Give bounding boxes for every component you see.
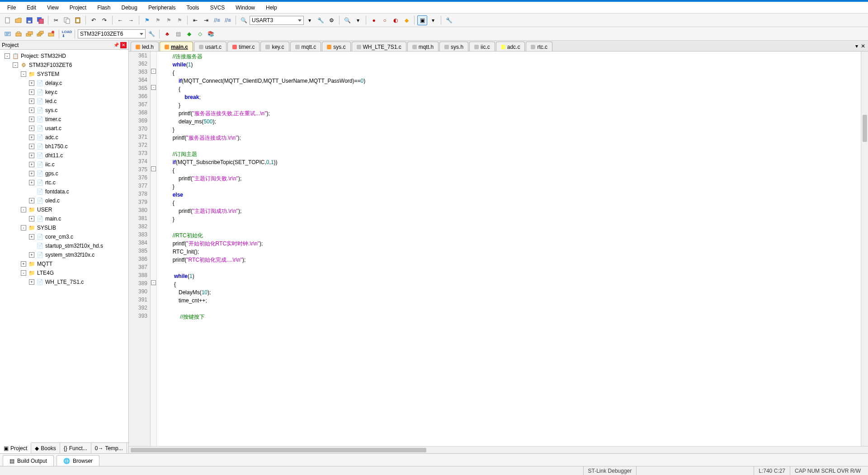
tree-node[interactable]: +📄main.c xyxy=(2,214,128,223)
project-tree[interactable]: -📋Project: STM32HD-⚙STM32F103ZET6-📁SYSTE… xyxy=(0,50,128,442)
file-tab[interactable]: mqtt.h xyxy=(407,42,439,52)
file-tab[interactable]: timer.c xyxy=(227,42,259,52)
project-pane-tab-funct[interactable]: {}Funct... xyxy=(60,443,91,453)
tree-node[interactable]: +📄rtc.c xyxy=(2,178,128,187)
download-icon[interactable]: LOAD⬇ xyxy=(62,29,72,39)
tree-node[interactable]: +📄gps.c xyxy=(2,169,128,178)
code-view[interactable]: //连接服务器 while(1) { if(MQTT_Connect(MQTT_… xyxy=(157,52,861,446)
indent-right-icon[interactable]: ⇥ xyxy=(201,15,211,25)
undo-icon[interactable]: ↶ xyxy=(89,15,99,25)
menu-project[interactable]: Project xyxy=(64,3,92,13)
tree-node[interactable]: +📄key.c xyxy=(2,88,128,97)
breakpoint-kill-icon[interactable]: ◆ xyxy=(401,15,411,25)
breakpoint-insert-icon[interactable]: ● xyxy=(369,15,379,25)
menu-peripherals[interactable]: Peripherals xyxy=(143,3,181,13)
tree-node[interactable]: 📄fontdata.c xyxy=(2,187,128,196)
project-pane-tab-books[interactable]: ◆Books xyxy=(31,443,60,453)
project-pane-tab-project[interactable]: ▣Project xyxy=(0,442,31,453)
menu-svcs[interactable]: SVCS xyxy=(205,3,231,13)
nav-back-icon[interactable]: ← xyxy=(115,15,125,25)
file-tab[interactable]: sys.c xyxy=(322,42,350,52)
tree-node[interactable]: +📄delay.c xyxy=(2,79,128,88)
breakpoint-enable-icon[interactable]: ○ xyxy=(380,15,390,25)
pack-refresh-icon[interactable]: ◇ xyxy=(195,29,205,39)
tree-node[interactable]: +📄timer.c xyxy=(2,115,128,124)
file-tab[interactable]: rtc.c xyxy=(526,42,552,52)
editor-hscrollbar[interactable] xyxy=(129,446,868,453)
translate-icon[interactable] xyxy=(3,29,13,39)
tree-node[interactable]: +📄iic.c xyxy=(2,160,128,169)
tools-icon[interactable]: 🔧 xyxy=(316,15,326,25)
file-tab[interactable]: led.h xyxy=(131,42,159,52)
file-tab[interactable]: key.c xyxy=(260,42,289,52)
menu-debug[interactable]: Debug xyxy=(116,3,143,13)
save-all-icon[interactable] xyxy=(35,15,45,25)
bookmark-prev-icon[interactable]: ⚑ xyxy=(153,15,163,25)
menu-edit[interactable]: Edit xyxy=(21,3,42,13)
stop-build-icon[interactable] xyxy=(46,29,56,39)
file-tab[interactable]: adc.c xyxy=(496,42,525,52)
pack-installer-icon[interactable]: ◆ xyxy=(184,29,194,39)
tab-close-icon[interactable]: ✕ xyxy=(861,43,865,49)
batch-build-icon[interactable] xyxy=(35,29,45,39)
bookmark-next-icon[interactable]: ⚑ xyxy=(164,15,174,25)
file-tab[interactable]: mqtt.c xyxy=(290,42,321,52)
tree-node[interactable]: +📄usart.c xyxy=(2,124,128,133)
menu-window[interactable]: Window xyxy=(230,3,260,13)
find-dropdown-icon[interactable]: ▾ xyxy=(305,15,315,25)
uncomment-icon[interactable]: //≡ xyxy=(223,15,233,25)
books-icon[interactable]: 📚 xyxy=(206,29,216,39)
open-file-icon[interactable] xyxy=(14,15,24,25)
copy-icon[interactable] xyxy=(62,15,72,25)
tree-node[interactable]: +📄led.c xyxy=(2,97,128,106)
tree-node[interactable]: -📋Project: STM32HD xyxy=(2,52,128,61)
dropdown-icon[interactable]: ▾ xyxy=(353,15,363,25)
target-select-combo[interactable]: STM32F103ZET6 xyxy=(78,29,146,38)
indent-left-icon[interactable]: ⇤ xyxy=(190,15,200,25)
rebuild-icon[interactable] xyxy=(24,29,34,39)
pin-icon[interactable]: 📌 xyxy=(113,42,119,48)
tree-node[interactable]: -📁SYSLIB xyxy=(2,223,128,232)
bottom-panel-tab-browser[interactable]: 🌐Browser xyxy=(57,455,99,466)
menu-tools[interactable]: Tools xyxy=(181,3,205,13)
paste-icon[interactable] xyxy=(73,15,83,25)
tree-node[interactable]: +📄sys.c xyxy=(2,106,128,115)
file-tab[interactable]: sys.h xyxy=(439,42,468,52)
editor-body[interactable]: 3613623633643653663673683693703713723733… xyxy=(129,52,868,446)
editor-vscrollbar[interactable] xyxy=(861,52,868,446)
project-pane-tab-temp[interactable]: 0→Temp... xyxy=(91,443,127,453)
file-ext-icon[interactable]: ♣ xyxy=(162,29,172,39)
configure-icon[interactable]: 🔧 xyxy=(444,15,454,25)
find-combo[interactable]: USART3 xyxy=(250,16,304,25)
tree-node[interactable]: +📄core_cm3.c xyxy=(2,232,128,241)
tree-node[interactable]: -📁LTE4G xyxy=(2,268,128,277)
dropdown-icon[interactable]: ▾ xyxy=(428,15,438,25)
nav-forward-icon[interactable]: → xyxy=(126,15,136,25)
save-icon[interactable] xyxy=(24,15,34,25)
window-layout-icon[interactable]: ▣ xyxy=(417,15,427,25)
file-tab[interactable]: usart.c xyxy=(194,42,226,52)
tab-menu-icon[interactable]: ▾ xyxy=(855,43,858,49)
file-tab[interactable]: main.c xyxy=(160,42,193,52)
tree-node[interactable]: -📁USER xyxy=(2,205,128,214)
tree-node[interactable]: +📄dht11.c xyxy=(2,151,128,160)
menu-file[interactable]: File xyxy=(2,3,21,13)
new-file-icon[interactable] xyxy=(3,15,13,25)
fold-column[interactable]: ---- xyxy=(151,52,157,446)
breakpoint-disable-icon[interactable]: ◐ xyxy=(391,15,401,25)
file-tab[interactable]: iic.c xyxy=(469,42,495,52)
menu-help[interactable]: Help xyxy=(260,3,283,13)
tree-node[interactable]: -⚙STM32F103ZET6 xyxy=(2,61,128,70)
bookmark-flag-icon[interactable]: ⚑ xyxy=(142,15,152,25)
find-in-files-icon[interactable]: 🔍 xyxy=(239,15,249,25)
tree-node[interactable]: +📄oled.c xyxy=(2,196,128,205)
bottom-panel-tab-build-output[interactable]: ▤Build Output xyxy=(3,455,54,466)
debug-settings-icon[interactable]: ⚙ xyxy=(326,15,336,25)
build-target-icon[interactable] xyxy=(14,29,24,39)
tree-node[interactable]: +📁MQTT xyxy=(2,259,128,268)
manage-icon[interactable]: ▤ xyxy=(173,29,183,39)
target-options-icon[interactable]: 🔧 xyxy=(146,29,156,39)
tree-node[interactable]: +📄system_stm32f10x.c xyxy=(2,250,128,259)
menu-flash[interactable]: Flash xyxy=(92,3,116,13)
bookmark-clear-icon[interactable]: ⚑ xyxy=(175,15,184,25)
